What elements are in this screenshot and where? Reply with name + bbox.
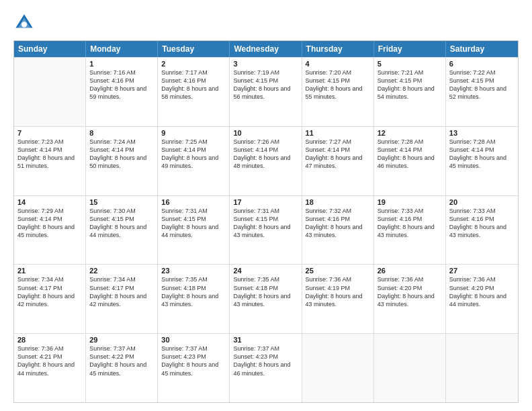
calendar-cell	[446, 334, 518, 402]
daylight-line2: 52 minutes.	[449, 93, 515, 101]
calendar-cell: 12Sunrise: 7:28 AMSunset: 4:14 PMDayligh…	[374, 127, 446, 195]
calendar-cell: 28Sunrise: 7:36 AMSunset: 4:21 PMDayligh…	[14, 334, 86, 402]
sunset-line: Sunset: 4:14 PM	[89, 146, 154, 154]
weekday-header-monday: Monday	[86, 41, 158, 57]
sunset-line: Sunset: 4:21 PM	[17, 353, 82, 361]
weekday-header-saturday: Saturday	[446, 41, 518, 57]
day-number: 29	[89, 336, 154, 344]
day-number: 19	[378, 198, 442, 206]
calendar-cell: 7Sunrise: 7:23 AMSunset: 4:14 PMDaylight…	[14, 127, 86, 195]
sunrise-line: Sunrise: 7:16 AM	[89, 68, 154, 77]
logo	[13, 12, 38, 34]
sunrise-line: Sunrise: 7:37 AM	[233, 345, 298, 353]
calendar-cell: 3Sunrise: 7:19 AMSunset: 4:15 PMDaylight…	[230, 58, 302, 126]
daylight-line1: Daylight: 8 hours and	[378, 85, 442, 93]
sunrise-line: Sunrise: 7:24 AM	[89, 138, 154, 146]
calendar-cell: 23Sunrise: 7:35 AMSunset: 4:18 PMDayligh…	[158, 265, 230, 333]
daylight-line1: Daylight: 8 hours and	[161, 361, 226, 369]
sunset-line: Sunset: 4:16 PM	[378, 215, 442, 223]
sunset-line: Sunset: 4:19 PM	[306, 284, 370, 292]
daylight-line1: Daylight: 8 hours and	[233, 85, 298, 93]
daylight-line2: 43 minutes.	[306, 231, 370, 239]
day-number: 23	[161, 267, 226, 275]
daylight-line1: Daylight: 8 hours and	[449, 85, 515, 93]
logo-icon	[13, 12, 35, 34]
daylight-line2: 43 minutes.	[161, 300, 226, 308]
day-number: 14	[17, 198, 82, 206]
weekday-header-sunday: Sunday	[14, 41, 86, 57]
daylight-line2: 58 minutes.	[161, 93, 226, 101]
calendar-cell: 11Sunrise: 7:27 AMSunset: 4:14 PMDayligh…	[302, 127, 374, 195]
daylight-line1: Daylight: 8 hours and	[89, 154, 154, 162]
day-number: 6	[449, 60, 515, 68]
daylight-line1: Daylight: 8 hours and	[161, 223, 226, 231]
sunrise-line: Sunrise: 7:35 AM	[233, 275, 298, 283]
sunrise-line: Sunrise: 7:25 AM	[161, 138, 226, 146]
sunrise-line: Sunrise: 7:22 AM	[449, 68, 515, 77]
sunrise-line: Sunrise: 7:31 AM	[233, 207, 298, 215]
calendar-cell	[302, 334, 374, 402]
daylight-line2: 43 minutes.	[233, 300, 298, 308]
page: SundayMondayTuesdayWednesdayThursdayFrid…	[0, 0, 532, 411]
calendar-cell: 21Sunrise: 7:34 AMSunset: 4:17 PMDayligh…	[14, 265, 86, 333]
sunset-line: Sunset: 4:15 PM	[306, 77, 370, 85]
daylight-line1: Daylight: 8 hours and	[233, 292, 298, 300]
daylight-line1: Daylight: 8 hours and	[17, 223, 82, 231]
sunrise-line: Sunrise: 7:23 AM	[17, 138, 82, 146]
calendar-cell: 31Sunrise: 7:37 AMSunset: 4:23 PMDayligh…	[230, 334, 302, 402]
calendar-cell: 29Sunrise: 7:37 AMSunset: 4:22 PMDayligh…	[86, 334, 158, 402]
sunrise-line: Sunrise: 7:36 AM	[449, 275, 515, 283]
calendar-header: SundayMondayTuesdayWednesdayThursdayFrid…	[14, 41, 518, 57]
sunrise-line: Sunrise: 7:34 AM	[89, 275, 154, 283]
daylight-line1: Daylight: 8 hours and	[233, 154, 298, 162]
day-number: 11	[306, 129, 370, 137]
sunset-line: Sunset: 4:15 PM	[378, 77, 442, 85]
calendar-cell: 5Sunrise: 7:21 AMSunset: 4:15 PMDaylight…	[374, 58, 446, 126]
day-number: 13	[449, 129, 515, 137]
daylight-line2: 44 minutes.	[89, 231, 154, 239]
sunrise-line: Sunrise: 7:28 AM	[449, 138, 515, 146]
sunset-line: Sunset: 4:23 PM	[161, 353, 226, 361]
sunrise-line: Sunrise: 7:19 AM	[233, 68, 298, 77]
sunrise-line: Sunrise: 7:17 AM	[161, 68, 226, 77]
day-number: 17	[233, 198, 298, 206]
daylight-line2: 49 minutes.	[161, 162, 226, 170]
calendar-cell: 2Sunrise: 7:17 AMSunset: 4:16 PMDaylight…	[158, 58, 230, 126]
daylight-line2: 45 minutes.	[161, 369, 226, 377]
sunrise-line: Sunrise: 7:36 AM	[378, 275, 442, 283]
daylight-line1: Daylight: 8 hours and	[17, 292, 82, 300]
sunset-line: Sunset: 4:14 PM	[449, 146, 515, 154]
day-number: 15	[89, 198, 154, 206]
sunset-line: Sunset: 4:15 PM	[233, 77, 298, 85]
sunset-line: Sunset: 4:15 PM	[233, 215, 298, 223]
sunset-line: Sunset: 4:18 PM	[233, 284, 298, 292]
daylight-line1: Daylight: 8 hours and	[89, 85, 154, 93]
day-number: 25	[306, 267, 370, 275]
daylight-line1: Daylight: 8 hours and	[449, 292, 515, 300]
day-number: 8	[89, 129, 154, 137]
calendar-cell: 24Sunrise: 7:35 AMSunset: 4:18 PMDayligh…	[230, 265, 302, 333]
day-number: 21	[17, 267, 82, 275]
calendar-cell: 16Sunrise: 7:31 AMSunset: 4:15 PMDayligh…	[158, 196, 230, 265]
daylight-line1: Daylight: 8 hours and	[161, 292, 226, 300]
sunset-line: Sunset: 4:14 PM	[306, 146, 370, 154]
daylight-line1: Daylight: 8 hours and	[378, 154, 442, 162]
sunrise-line: Sunrise: 7:37 AM	[89, 345, 154, 353]
calendar-row-2: 14Sunrise: 7:29 AMSunset: 4:14 PMDayligh…	[14, 195, 518, 265]
daylight-line2: 45 minutes.	[449, 162, 515, 170]
sunset-line: Sunset: 4:18 PM	[161, 284, 226, 292]
daylight-line1: Daylight: 8 hours and	[17, 154, 82, 162]
calendar-cell: 4Sunrise: 7:20 AMSunset: 4:15 PMDaylight…	[302, 58, 374, 126]
day-number: 26	[378, 267, 442, 275]
day-number: 10	[233, 129, 298, 137]
day-number: 20	[449, 198, 515, 206]
daylight-line1: Daylight: 8 hours and	[306, 85, 370, 93]
calendar-cell: 8Sunrise: 7:24 AMSunset: 4:14 PMDaylight…	[86, 127, 158, 195]
calendar-cell: 30Sunrise: 7:37 AMSunset: 4:23 PMDayligh…	[158, 334, 230, 402]
daylight-line2: 45 minutes.	[17, 231, 82, 239]
calendar-row-0: 1Sunrise: 7:16 AMSunset: 4:16 PMDaylight…	[14, 57, 518, 126]
daylight-line2: 50 minutes.	[89, 162, 154, 170]
calendar-cell: 10Sunrise: 7:26 AMSunset: 4:14 PMDayligh…	[230, 127, 302, 195]
day-number: 9	[161, 129, 226, 137]
sunrise-line: Sunrise: 7:37 AM	[161, 345, 226, 353]
